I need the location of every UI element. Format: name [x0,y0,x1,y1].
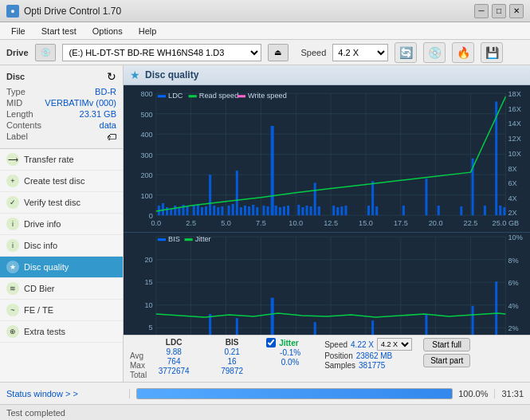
svg-text:2.5: 2.5 [186,219,196,227]
svg-text:6X: 6X [508,179,516,187]
svg-rect-89 [375,206,378,215]
close-button[interactable]: ✕ [509,4,524,18]
nav-cd-bier-icon: ≋ [6,282,19,295]
svg-rect-76 [287,206,289,215]
nav-verify-test-disc-icon: ✓ [6,196,19,209]
speed-label: Speed [301,48,327,57]
charts-container: 0 100 200 300 400 500 800 0.0 2.5 5.0 7.… [124,85,530,335]
svg-rect-72 [271,126,274,215]
stats-speed-col: Speed 4.22 X 4.2 X Position 23862 MB Sam… [324,338,420,370]
svg-rect-55 [197,204,199,215]
svg-rect-74 [279,207,281,215]
svg-text:12X: 12X [508,135,520,143]
svg-text:16X: 16X [508,105,520,113]
nav-transfer-rate-icon: ⟶ [6,153,19,166]
stats-ldc-header: LDC [150,338,198,347]
nav-create-test-disc-icon: + [6,175,19,187]
test-completed-label: Test completed [6,408,65,418]
svg-rect-50 [174,206,176,215]
burn-icon-btn[interactable]: 🔥 [452,42,474,63]
svg-rect-59 [213,206,215,215]
status-time: 31:31 [494,389,524,398]
drive-label: Drive [6,48,29,57]
svg-rect-99 [158,95,166,97]
stats-avg-label: Avg [130,351,150,360]
content-header-icon: ★ [130,69,140,81]
menu-start-test[interactable]: Start test [33,25,84,37]
svg-text:2X: 2X [508,209,516,217]
stats-total-label: Total [130,371,150,379]
svg-text:20.0: 20.0 [429,219,443,227]
content-header-title: Disc quality [145,69,198,80]
svg-rect-54 [193,206,195,215]
disc-length-label: Length [6,109,33,119]
svg-text:8X: 8X [508,165,516,173]
disc-length-value: 23.31 GB [80,109,116,119]
nav-cd-bier[interactable]: ≋ CD Bier [0,278,123,300]
stats-jitter-avg: -0.1% [266,348,314,357]
nav-create-test-disc[interactable]: + Create test disc [0,171,123,192]
svg-rect-62 [228,206,230,215]
disc-contents-value: data [100,120,116,130]
window-controls: ─ □ ✕ [474,4,524,18]
stats-bar: Avg Max Total LDC 9.88 764 3772674 BIS 0… [124,335,530,382]
svg-rect-63 [232,204,234,215]
speed-select-stats[interactable]: 4.2 X [377,338,412,351]
nav-fe-te[interactable]: ~ FE / TE [0,300,123,321]
svg-rect-87 [367,206,370,215]
svg-rect-85 [340,206,343,215]
svg-text:300: 300 [140,151,152,159]
maximize-button[interactable]: □ [492,4,506,18]
stats-ldc-max: 764 [150,357,198,366]
status-window-link[interactable]: Status window > > [6,389,130,398]
svg-text:25.0 GB: 25.0 GB [493,219,520,227]
start-part-button[interactable]: Start part [423,354,470,367]
menu-bar: File Start test Options Help [0,22,530,40]
drive-select[interactable]: (E:) HL-DT-ST BD-RE WH16NS48 1.D3 [62,44,261,61]
nav-disc-info-label: Disc info [24,241,57,250]
save-icon-btn[interactable]: 💾 [481,42,503,63]
start-full-button[interactable]: Start full [423,338,470,351]
nav-transfer-rate[interactable]: ⟶ Transfer rate [0,149,123,171]
minimize-button[interactable]: ─ [474,4,489,18]
svg-rect-86 [344,206,347,215]
svg-text:15: 15 [145,278,153,286]
nav-drive-info-label: Drive info [24,219,61,229]
svg-rect-157 [495,281,497,335]
nav-disc-quality-label: Disc quality [24,262,69,272]
disc-mid-value: VERBATIMv (000) [45,98,116,108]
disc-refresh-icon[interactable]: ↻ [107,70,116,83]
svg-rect-51 [178,207,180,215]
svg-text:500: 500 [140,111,152,119]
nav-disc-info[interactable]: i Disc info [0,235,123,257]
svg-text:100: 100 [140,192,152,200]
svg-rect-57 [205,206,207,215]
disc-label-icon: 🏷 [107,131,116,143]
svg-text:7.5: 7.5 [256,219,266,227]
bottom-status-bar: Test completed [0,404,530,420]
eject-button[interactable]: ⏏ [268,44,289,61]
nav-extra-tests[interactable]: ⊕ Extra tests [0,321,123,343]
refresh-icon[interactable]: 🔄 [395,42,417,63]
disc-icon-btn[interactable]: 💿 [423,42,446,63]
svg-rect-70 [262,206,265,215]
svg-text:200: 200 [140,171,152,179]
nav-disc-quality[interactable]: ★ Disc quality [0,257,123,278]
nav-verify-test-disc[interactable]: ✓ Verify test disc [0,192,123,214]
svg-rect-83 [332,206,335,215]
nav-fe-te-label: FE / TE [24,305,53,315]
svg-rect-75 [283,206,285,215]
disc-label-row: Label 🏷 [6,131,116,143]
chart-bis-svg: 0 5 10 15 20 0.0 2.5 5.0 7.5 10.0 12.5 [124,233,530,335]
jitter-checkbox[interactable] [266,338,276,347]
nav-items: ⟶ Transfer rate + Create test disc ✓ Ver… [0,149,123,382]
svg-rect-68 [252,205,254,215]
menu-help[interactable]: Help [131,25,165,37]
stats-bis-max: 16 [208,357,256,366]
svg-rect-158 [158,238,166,241]
nav-drive-info[interactable]: i Drive info [0,214,123,235]
menu-options[interactable]: Options [84,25,131,37]
svg-text:Jitter: Jitter [195,235,211,243]
speed-select-drive[interactable]: 4.2 X [332,44,388,61]
menu-file[interactable]: File [3,25,33,37]
